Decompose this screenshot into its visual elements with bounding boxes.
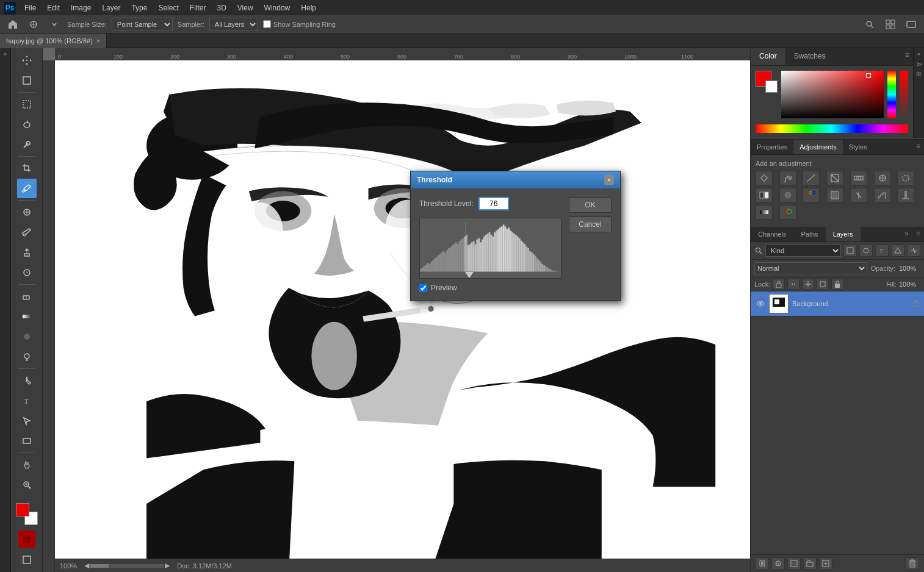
tab-layers[interactable]: Layers <box>826 227 861 241</box>
search-icon[interactable] <box>862 16 878 32</box>
new-layer-btn[interactable] <box>819 557 832 570</box>
tab-adjustments[interactable]: Adjustments <box>793 140 843 154</box>
adj-gradient-map[interactable] <box>756 205 773 220</box>
alpha-slider[interactable] <box>900 71 908 118</box>
tool-heal[interactable] <box>17 202 37 222</box>
tool-brush[interactable] <box>17 223 37 242</box>
layer-item-background[interactable]: Background <box>751 291 924 316</box>
menu-image[interactable]: Image <box>66 2 96 13</box>
layers-panel-expand[interactable]: » <box>901 227 912 241</box>
tool-dodge[interactable] <box>17 347 37 366</box>
menu-file[interactable]: File <box>20 2 41 13</box>
dialog-cancel-btn[interactable]: Cancel <box>569 216 612 232</box>
layers-smart-filter[interactable] <box>907 245 920 257</box>
tab-color[interactable]: Color <box>751 48 785 65</box>
preview-checkbox[interactable] <box>419 284 427 292</box>
adj-color-lookup[interactable] <box>826 188 843 202</box>
tool-pen[interactable] <box>17 371 37 390</box>
adjustments-icon[interactable]: A <box>915 62 922 66</box>
tool-rectangle[interactable] <box>17 431 37 451</box>
tool-zoom[interactable] <box>17 475 37 495</box>
layers-adjustment-filter[interactable] <box>859 245 873 257</box>
tool-gradient[interactable] <box>17 307 37 326</box>
adj-color-balance[interactable] <box>897 171 914 185</box>
scroll-controls[interactable]: ◀ ▶ <box>84 562 170 570</box>
color-panel-menu[interactable]: ≡ <box>901 48 913 65</box>
show-sampling-ring-checkbox[interactable] <box>263 20 271 28</box>
tab-properties[interactable]: Properties <box>751 140 793 154</box>
layers-panel-menu[interactable]: ≡ <box>912 227 924 241</box>
menu-3d[interactable]: 3D <box>212 2 231 13</box>
menu-window[interactable]: Window <box>259 2 295 13</box>
tool-home-icon[interactable] <box>5 16 21 32</box>
adj-threshold[interactable] <box>897 188 914 202</box>
layers-type-filter[interactable]: T <box>875 245 889 257</box>
align-icon[interactable]: ⊞ <box>915 71 922 76</box>
menu-layer[interactable]: Layer <box>97 2 125 13</box>
dialog-ok-btn[interactable]: OK <box>569 197 612 213</box>
layers-pixel-filter[interactable] <box>843 245 857 257</box>
eyedropper-options-icon[interactable] <box>26 16 42 32</box>
adj-panel-menu[interactable]: ≡ <box>912 140 924 154</box>
tool-path-select[interactable] <box>17 411 37 431</box>
workspace-icon[interactable] <box>903 16 919 32</box>
tab-styles[interactable]: Styles <box>843 140 873 154</box>
canvas-area[interactable]: 0 100 200 300 400 500 600 700 800 900 10… <box>43 48 750 572</box>
tool-stamp[interactable] <box>17 243 37 262</box>
tab-channels[interactable]: Channels <box>751 227 793 241</box>
menu-select[interactable]: Select <box>153 2 183 13</box>
dialog-close-btn[interactable]: × <box>604 175 614 185</box>
tool-crop[interactable] <box>17 159 37 178</box>
layers-kind-select[interactable]: Kind <box>765 245 841 257</box>
lock-all[interactable] <box>831 279 843 290</box>
tool-quick-mask[interactable] <box>18 531 35 548</box>
adj-hue-saturation[interactable] <box>874 171 891 185</box>
hue-slider[interactable] <box>887 71 896 118</box>
sampler-select[interactable]: All Layers <box>209 18 258 31</box>
lock-position[interactable] <box>802 279 814 290</box>
lock-image-pixels[interactable] <box>787 279 799 290</box>
adj-selective-color[interactable] <box>779 205 796 220</box>
tool-eraser[interactable] <box>17 287 37 306</box>
options-chevron[interactable] <box>46 16 62 32</box>
menu-help[interactable]: Help <box>296 2 321 13</box>
adj-brightness[interactable] <box>756 171 773 185</box>
tool-blur[interactable] <box>17 327 37 346</box>
add-mask-btn[interactable] <box>787 557 801 570</box>
delete-layer-btn[interactable] <box>906 557 919 570</box>
adj-vibrance[interactable] <box>850 171 867 185</box>
tool-screen-mode[interactable] <box>17 550 37 570</box>
doc-tab-close[interactable]: × <box>96 37 100 45</box>
lock-artboard[interactable] <box>817 279 829 290</box>
dialog-header[interactable]: Threshold × <box>411 171 620 188</box>
adj-invert[interactable] <box>850 188 867 202</box>
tab-paths[interactable]: Paths <box>793 227 825 241</box>
tool-selection-rect[interactable] <box>17 95 37 114</box>
link-layers-btn[interactable] <box>756 557 769 570</box>
canvas-content[interactable]: 100% ◀ ▶ Doc: 3.12M/3.12M <box>55 60 750 572</box>
new-group-btn[interactable] <box>803 557 817 570</box>
tab-swatches[interactable]: Swatches <box>785 48 834 65</box>
tool-history-brush[interactable] <box>17 263 37 282</box>
threshold-marker[interactable] <box>465 272 474 278</box>
adj-photo-filter[interactable] <box>779 188 796 202</box>
document-tab[interactable]: happy.jpg @ 100% (RGB/8#) × <box>0 34 107 48</box>
tool-hand[interactable] <box>17 455 37 474</box>
tool-artboard[interactable] <box>17 71 37 90</box>
color-spectrum-bar[interactable] <box>756 124 908 133</box>
add-style-btn[interactable]: fx <box>771 557 785 570</box>
panel-collapse-btn[interactable]: « <box>917 51 921 57</box>
menu-edit[interactable]: Edit <box>42 2 65 13</box>
tool-type[interactable]: T <box>17 391 37 410</box>
adj-channel-mixer[interactable] <box>803 188 820 202</box>
sample-size-select[interactable]: Point Sample <box>112 18 173 31</box>
layer-visibility-eye[interactable] <box>756 299 765 309</box>
adj-curves[interactable] <box>803 171 820 185</box>
adj-black-white[interactable] <box>756 188 773 202</box>
left-panel-collapse[interactable]: » <box>4 51 7 57</box>
tool-magic-wand[interactable] <box>17 135 37 154</box>
menu-type[interactable]: Type <box>126 2 152 13</box>
adj-posterize[interactable] <box>874 188 891 202</box>
dialog-level-input[interactable] <box>478 197 509 210</box>
tool-lasso[interactable] <box>17 115 37 134</box>
